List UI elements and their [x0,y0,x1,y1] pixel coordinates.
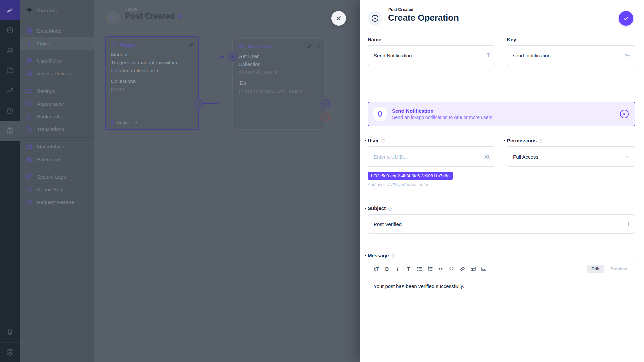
back-button[interactable] [105,11,120,25]
sidebar-item-flows[interactable]: Flows [20,37,94,50]
strikethrough-icon[interactable]: T [404,264,413,274]
arrow-left-icon [109,14,116,22]
sidebar-item-bookmarks[interactable]: Bookmarks [20,110,94,123]
name-label: Name [368,37,381,42]
notifications-bell-icon[interactable] [0,322,20,342]
name-input[interactable] [368,46,495,65]
edit-tab[interactable]: Edit [587,265,604,273]
deselect-operation-button[interactable] [620,110,629,118]
module-help-icon[interactable] [0,101,20,121]
trigger-collections-label: Collections [111,77,193,85]
blockquote-icon[interactable] [436,264,445,274]
subject-input[interactable] [368,215,635,233]
module-files-icon[interactable] [0,60,20,80]
message-textarea[interactable]: Your post has been verified successfully… [368,276,635,296]
markdown-toolbar: tT B I T [368,262,635,276]
ordered-list-icon[interactable] [425,264,435,274]
permissions-label: Permissions {} [507,138,543,143]
module-insights-icon[interactable] [0,80,20,101]
banner-title: Send Notification [392,108,492,114]
link-icon[interactable] [458,264,467,274]
trigger-panel[interactable]: Trigger Manual Triggers on manual run wi… [105,36,199,130]
palette-icon [25,100,33,107]
bookmark-icon [25,113,33,120]
flow-status-toggle[interactable]: Active [111,120,138,125]
image-icon[interactable] [479,264,488,274]
account-avatar-icon[interactable] [0,342,20,362]
operation-type-banner[interactable]: Send Notification Send an in-app notific… [368,102,635,126]
name-field: T [368,45,495,65]
trigger-collections-value: posts [111,85,193,94]
read-data-panel[interactable]: Read Data Get User Collection directus_u… [232,38,326,130]
storefront-icon [25,143,33,150]
bullet-list-icon[interactable] [415,264,424,274]
edit-pencil-icon[interactable] [306,43,312,49]
module-bar [0,0,20,362]
key-input[interactable] [507,46,635,65]
key-icon [624,52,630,59]
project-name: Directus [37,8,57,13]
subject-label: Subject {} [368,205,392,211]
message-label: Message {} [368,253,395,258]
sidebar-item-system-logs[interactable]: System Logs [20,170,94,183]
section-divider [368,82,635,82]
canvas-breadcrumb[interactable]: Flows [125,7,137,12]
user-uuid-input[interactable] [368,147,495,166]
sidebar-item-user-roles[interactable]: User Roles [20,54,94,67]
shield-icon [25,70,33,77]
subject-field: T [368,214,635,234]
edit-pencil-icon[interactable] [188,42,194,48]
read-collection-value: directus_users [238,68,320,76]
drawer-title: Create Operation [388,13,459,23]
users-icon [484,153,490,160]
operation-name: Get User [238,52,320,60]
banner-subtitle: Send an in-app notification to one or mo… [392,114,492,121]
read-input-node[interactable] [228,52,237,61]
sidebar-item-settings[interactable]: Settings [20,84,94,97]
shapes-icon [25,156,33,163]
read-resolve-node[interactable] [321,99,330,108]
sidebar-item-marketplace[interactable]: Marketplace [20,140,94,153]
heading-icon[interactable]: tT [372,264,381,274]
sidebar-item-extensions[interactable]: Extensions [20,153,94,166]
status-dot [111,121,114,124]
module-content-icon[interactable] [0,20,20,40]
project-header[interactable]: Directus [20,0,94,21]
trigger-panel-title: Trigger [120,42,137,48]
module-users-icon[interactable] [0,40,20,60]
read-panel-title: Read Data [248,44,272,49]
sidebar-item-request-feature[interactable]: Request Feature [20,196,94,208]
close-icon [335,15,342,22]
check-icon [623,15,629,22]
nav-list: Data Model Flows User Roles Access Polic… [20,21,94,208]
preview-tab[interactable]: Preview [606,265,631,273]
sidebar-item-access-policies[interactable]: Access Policies [20,67,94,80]
trigger-description: Triggers on manual run within selected c… [111,59,193,75]
kebab-menu-icon[interactable] [315,43,321,49]
save-button[interactable] [619,11,633,26]
bold-icon[interactable]: B [382,264,392,274]
permissions-select[interactable]: Full Access [507,146,635,167]
braces-icon: {} [388,206,392,211]
read-reject-node[interactable] [321,113,330,121]
braces-icon: {} [539,138,543,143]
italic-icon[interactable]: I [393,264,402,274]
user-field [368,146,495,167]
module-settings-icon[interactable] [0,121,20,141]
database-icon [25,27,33,34]
user-uuid-chip[interactable]: bf02c5e9-ebe2-4bf4-9fc5-3c00811a7a8a [368,172,453,180]
sidebar-item-data-model[interactable]: Data Model [20,24,94,37]
status-label: Active [117,120,130,125]
sidebar-item-appearance[interactable]: Appearance [20,97,94,110]
read-ids-label: IDs [238,79,320,87]
project-logo-icon [25,7,33,14]
trigger-resolve-node[interactable] [194,99,203,108]
sidebar-item-translations[interactable]: Translations [20,123,94,135]
close-drawer-button[interactable] [331,11,346,26]
table-icon[interactable] [468,264,478,274]
sidebar-item-report-bug[interactable]: Report Bug [20,183,94,196]
directus-logo[interactable] [0,0,20,20]
tune-icon [25,87,33,95]
message-editor: tT B I T [368,262,635,362]
code-icon[interactable] [447,264,456,274]
